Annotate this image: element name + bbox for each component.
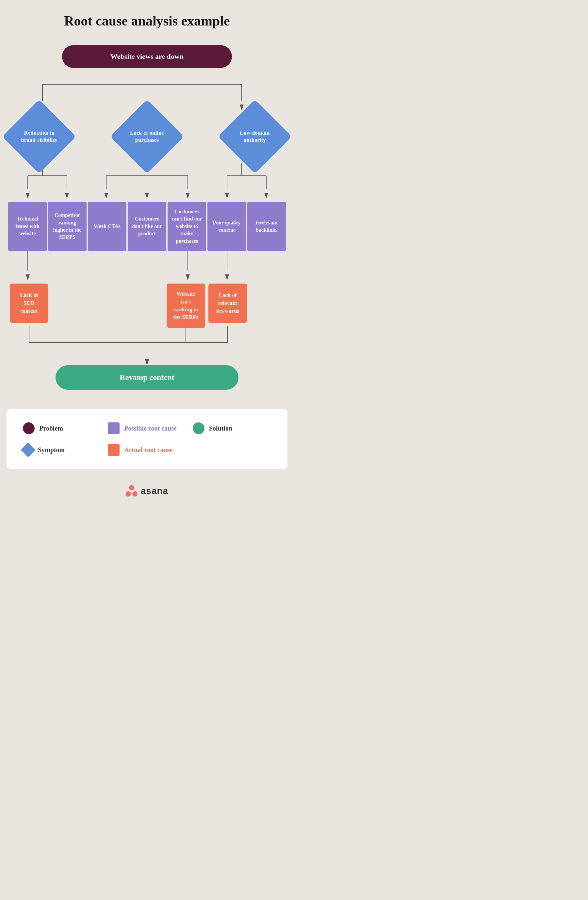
legend-possible-cause-label: Possible root cause (124, 425, 177, 432)
legend-symptom: Symptom (23, 444, 101, 456)
problem-node: Website views are down (62, 45, 232, 68)
svg-marker-17 (104, 193, 108, 199)
svg-marker-39 (145, 359, 149, 365)
legend-symptom-icon (20, 442, 35, 457)
actual-causes-row: Lack of SEO content Website isn't rankin… (6, 284, 287, 326)
symptom-1-label: Reduction in brand visibility (18, 129, 61, 144)
page-title: Root cause analysis example (64, 13, 230, 29)
symptom-3: Low domain authority (229, 110, 281, 163)
solution-node: Revamp content (56, 365, 239, 390)
cause-4: Customers don't like our product (128, 202, 166, 251)
svg-marker-7 (240, 104, 244, 110)
legend-possible-cause: Possible root cause (108, 422, 186, 434)
legend-actual-cause: Actual root cause (108, 444, 186, 456)
symptoms-row: Reduction in brand visibility Lack of on… (6, 110, 287, 163)
legend-solution-icon (193, 422, 205, 434)
asana-logo: asana (126, 485, 168, 497)
asana-dots-icon (126, 485, 138, 497)
svg-marker-25 (225, 193, 229, 199)
connector-lines-4 (6, 326, 287, 365)
svg-marker-27 (264, 193, 268, 199)
svg-marker-29 (26, 275, 30, 280)
svg-marker-13 (65, 193, 69, 199)
legend-problem-label: Problem (39, 425, 63, 432)
svg-marker-31 (186, 275, 190, 280)
asana-dot-right (132, 491, 138, 497)
svg-marker-19 (145, 193, 149, 199)
svg-marker-11 (26, 193, 30, 199)
legend: Problem Possible root cause Solution Sym… (6, 409, 287, 469)
actual-cause-2: Website isn't ranking in the SERPs (167, 284, 205, 327)
legend-problem-icon (23, 422, 35, 434)
cause-3: Weak CTAs (88, 202, 126, 251)
causes-row: Technical issues with website Competitor… (6, 202, 287, 251)
legend-symptom-label: Symptom (38, 446, 65, 454)
connector-lines-3 (6, 251, 287, 284)
cause-7: Irrelevant backlinks (247, 202, 286, 251)
svg-marker-21 (186, 193, 190, 199)
legend-problem: Problem (23, 422, 101, 434)
svg-marker-33 (225, 275, 229, 280)
asana-dots-bottom (126, 491, 138, 497)
cause-1: Technical issues with website (8, 202, 47, 251)
asana-dot-left (126, 491, 131, 497)
actual-cause-1: Lack of SEO content (10, 284, 48, 323)
cause-5: Customers can't find our website to make… (168, 202, 206, 251)
symptom-2: Lack of online purchases (121, 110, 173, 163)
actual-cause-3: Lack of relevant keywords (208, 284, 247, 323)
asana-dot-top (129, 485, 134, 490)
symptom-1: Reduction in brand visibility (13, 110, 65, 163)
symptom-3-label: Low domain authority (234, 129, 276, 144)
legend-solution-label: Solution (209, 425, 232, 432)
legend-possible-cause-icon (108, 422, 119, 434)
legend-actual-cause-icon (108, 444, 119, 456)
legend-solution: Solution (193, 422, 271, 434)
asana-name: asana (141, 486, 168, 496)
cause-6: Poor quality content (208, 202, 246, 251)
symptom-2-label: Lack of online purchases (126, 129, 168, 144)
legend-actual-cause-label: Actual root cause (124, 446, 173, 454)
cause-2: Competitor ranking higher in the SERPS (48, 202, 87, 251)
diagram: Website views are down Reduction in bran… (6, 45, 287, 390)
